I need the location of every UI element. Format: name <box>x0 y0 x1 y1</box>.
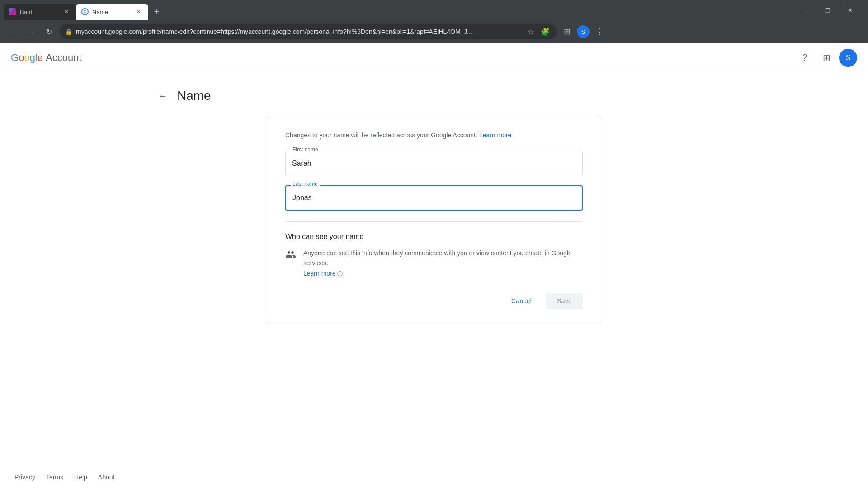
back-nav-button[interactable]: ← <box>5 24 20 39</box>
visibility-info: Anyone can see this info when they commu… <box>285 248 583 278</box>
reload-button[interactable]: ↻ <box>42 24 56 39</box>
info-text: Changes to your name will be reflected a… <box>285 131 583 140</box>
forward-nav-button[interactable]: → <box>24 24 38 39</box>
logo-letter-o2: o <box>24 52 29 64</box>
visibility-title: Who can see your name <box>285 233 583 241</box>
google-account-logo[interactable]: G o o g l e Account <box>11 52 82 64</box>
learn-more-link-bottom[interactable]: Learn more ⓘ <box>303 270 343 277</box>
window-controls: — ❐ ✕ <box>795 4 861 17</box>
help-icon[interactable]: ? <box>796 49 814 67</box>
footer: Privacy Terms Help About <box>0 466 868 488</box>
last-name-wrapper: Last name <box>285 185 583 211</box>
first-name-wrapper: First name <box>285 151 583 176</box>
extensions-button[interactable]: ⊞ <box>561 25 573 38</box>
main-content: ← Name Changes to your name will be refl… <box>0 72 868 466</box>
people-icon <box>285 249 296 263</box>
back-button[interactable]: ← <box>154 87 172 105</box>
apps-grid-icon[interactable]: ⊞ <box>817 49 835 67</box>
footer-help-link[interactable]: Help <box>74 474 87 481</box>
tab-bard-title: Bard <box>20 9 59 15</box>
footer-privacy-link[interactable]: Privacy <box>14 474 35 481</box>
learn-more-link-top[interactable]: Learn more <box>479 131 512 139</box>
bard-favicon <box>9 8 16 15</box>
security-lock-icon: 🔒 <box>65 28 72 35</box>
page-header: ← Name <box>0 87 868 116</box>
name-edit-card: Changes to your name will be reflected a… <box>267 116 601 324</box>
new-tab-button[interactable]: + <box>150 5 163 18</box>
header-actions: ? ⊞ S <box>796 49 857 67</box>
address-bar[interactable]: 🔒 myaccount.google.com/profile/name/edit… <box>60 24 557 39</box>
extension-puzzle-icon[interactable]: 🧩 <box>539 25 552 38</box>
last-name-input[interactable] <box>285 185 583 211</box>
visibility-section: Who can see your name Anyone can see thi… <box>285 233 583 278</box>
tab-name[interactable]: G Name ✕ <box>76 4 148 20</box>
page-title: Name <box>177 89 211 103</box>
profile-avatar: S <box>577 25 590 38</box>
tab-bard-close[interactable]: ✕ <box>62 8 71 16</box>
google-favicon: G <box>81 8 89 15</box>
footer-terms-link[interactable]: Terms <box>46 474 63 481</box>
maximize-button[interactable]: ❐ <box>817 4 838 17</box>
visibility-text: Anyone can see this info when they commu… <box>303 248 583 278</box>
logo-letter-o1: o <box>19 52 24 64</box>
bookmark-star-icon[interactable]: ☆ <box>524 25 537 38</box>
tab-name-close[interactable]: ✕ <box>135 8 143 16</box>
logo-account-text: Account <box>46 52 82 64</box>
site-header: G o o g l e Account ? ⊞ S <box>0 43 868 72</box>
tab-bard[interactable]: Bard ✕ <box>4 4 76 20</box>
info-circle-icon: ⓘ <box>337 271 343 277</box>
action-row: Cancel Save <box>285 293 583 309</box>
logo-letter-g: G <box>11 52 19 64</box>
first-name-field-group: First name <box>285 151 583 176</box>
footer-about-link[interactable]: About <box>98 474 115 481</box>
save-button[interactable]: Save <box>546 293 583 309</box>
last-name-field-group: Last name <box>285 185 583 211</box>
first-name-input[interactable] <box>285 151 583 176</box>
main-page: G o o g l e Account ? ⊞ S ← Name Changes… <box>0 43 868 488</box>
card-divider <box>285 221 583 222</box>
first-name-label: First name <box>291 146 320 153</box>
profile-button[interactable]: S <box>577 25 590 38</box>
address-text: myaccount.google.com/profile/name/edit?c… <box>76 28 521 35</box>
logo-letter-g2: g <box>30 52 35 64</box>
close-button[interactable]: ✕ <box>840 4 861 17</box>
minimize-button[interactable]: — <box>795 4 816 17</box>
last-name-label: Last name <box>291 181 320 187</box>
browser-menu-button[interactable]: ⋮ <box>593 25 606 38</box>
tab-name-title: Name <box>92 9 131 15</box>
user-avatar[interactable]: S <box>839 49 857 67</box>
cancel-button[interactable]: Cancel <box>500 294 542 308</box>
logo-letter-e: e <box>38 52 43 64</box>
